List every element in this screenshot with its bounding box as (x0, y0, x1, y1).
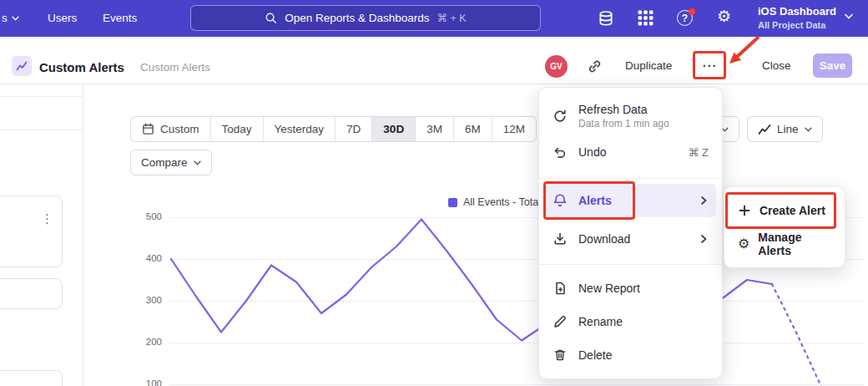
y-axis-tick: 400 (134, 253, 162, 263)
sidebar-divider (0, 96, 83, 97)
delete-trash-icon (553, 348, 568, 363)
chevron-down-icon (12, 16, 19, 21)
menu-item-download[interactable]: Download (539, 222, 722, 256)
submenu-item-label: Manage Alerts (758, 231, 831, 257)
chevron-right-icon (699, 196, 709, 206)
menu-item-text: Refresh Data Data from 1 min ago (578, 103, 669, 130)
menu-item-new-report[interactable]: New Report (539, 272, 722, 305)
settings-gear-icon[interactable]: ⚙ (717, 8, 734, 25)
chevron-down-icon (194, 160, 201, 165)
search-placeholder: Open Reports & Dashboards (285, 12, 429, 24)
chart-legend[interactable]: All Events - Total (448, 196, 541, 208)
segment-3m[interactable]: 3M (415, 117, 453, 141)
notification-dot (689, 8, 695, 15)
segment-label: 3M (426, 123, 442, 135)
submenu-item-manage-alerts[interactable]: ⚙ Manage Alerts (724, 227, 845, 261)
nav-item-label: Events (103, 12, 137, 24)
chart-type-button[interactable]: Line (747, 116, 823, 142)
search-input[interactable]: Open Reports & Dashboards ⌘ + K (190, 5, 541, 31)
menu-item-delete[interactable]: Delete (539, 338, 722, 372)
sidebar-card[interactable] (0, 278, 63, 309)
more-options-menu: Refresh Data Data from 1 min ago Undo ⌘ … (538, 87, 723, 379)
segment-custom[interactable]: Custom (131, 117, 210, 141)
search-icon (265, 12, 277, 24)
legend-swatch (448, 198, 457, 207)
segment-label: 6M (465, 123, 481, 135)
project-name: iOS Dashboard (758, 5, 836, 18)
menu-item-undo[interactable]: Undo ⌘ Z (539, 136, 722, 168)
menu-item-rename[interactable]: Rename (539, 305, 722, 338)
sidebar-card[interactable]: ⋮ (0, 196, 63, 267)
menu-divider (539, 264, 722, 265)
submenu-item-create-alert[interactable]: Create Alert (724, 194, 845, 227)
kebab-menu-icon[interactable]: ⋮ (41, 211, 53, 226)
menu-item-label: Refresh Data (578, 103, 669, 116)
project-switcher[interactable]: iOS Dashboard All Project Data (758, 5, 836, 30)
segment-30d-selected[interactable]: 30D (371, 117, 415, 141)
segment-yesterday[interactable]: Yesterday (263, 117, 336, 141)
menu-item-refresh-data[interactable]: Refresh Data Data from 1 min ago (539, 96, 722, 136)
segment-label: Custom (160, 123, 199, 135)
data-icon[interactable] (598, 10, 614, 27)
segment-12m[interactable]: 12M (492, 117, 536, 141)
compare-button[interactable]: Compare (130, 150, 212, 175)
chart-series-projection (772, 284, 822, 386)
project-scope: All Project Data (758, 20, 836, 30)
app-window: s Users Events Open Reports & Dashboards… (0, 0, 868, 386)
menu-item-shortcut: ⌘ Z (688, 146, 709, 159)
line-chart-icon (758, 123, 771, 136)
project-chevron-down-icon[interactable] (845, 13, 853, 19)
legend-label: All Events - Total (463, 196, 541, 208)
help-icon[interactable]: ? (677, 10, 694, 27)
submenu-item-label: Create Alert (760, 204, 825, 217)
duplicate-button[interactable]: Duplicate (625, 59, 672, 72)
menu-item-sublabel: Data from 1 min ago (578, 118, 669, 130)
segment-label: Today (222, 123, 252, 135)
sidebar-divider (0, 130, 83, 130)
more-options-button[interactable]: ⋯ (696, 53, 723, 77)
segment-7d[interactable]: 7D (335, 117, 371, 141)
gear-icon: ⚙ (738, 237, 749, 251)
close-button[interactable]: Close (762, 59, 791, 72)
segment-label: 12M (503, 123, 525, 135)
refresh-icon (553, 109, 568, 124)
page-title: Custom Alerts (39, 60, 124, 74)
apps-grid-icon[interactable] (638, 10, 654, 27)
breadcrumb: Custom Alerts (140, 61, 210, 74)
chevron-down-icon (805, 127, 812, 132)
y-axis-tick: 300 (134, 295, 162, 305)
top-nav: s Users Events Open Reports & Dashboards… (0, 0, 868, 37)
menu-item-alerts[interactable]: Alerts (545, 184, 716, 217)
alerts-submenu: Create Alert ⚙ Manage Alerts (724, 186, 845, 268)
avatar[interactable]: GV (545, 55, 568, 78)
chart-type-label: Line (777, 123, 799, 135)
save-button[interactable]: Save (813, 53, 852, 78)
y-axis-tick: 500 (134, 211, 162, 221)
report-header (0, 37, 868, 84)
sidebar-card[interactable] (0, 370, 63, 386)
segment-6m[interactable]: 6M (453, 117, 492, 141)
menu-item-label: Rename (578, 315, 623, 328)
nav-item-truncated[interactable]: s (2, 12, 19, 24)
nav-item-users[interactable]: Users (48, 12, 77, 24)
menu-item-label: Delete (578, 348, 612, 362)
nav-item-events[interactable]: Events (103, 12, 137, 24)
alerts-bell-icon (553, 193, 568, 208)
new-report-icon (553, 281, 568, 296)
rename-pencil-icon (553, 314, 568, 329)
calendar-icon (142, 123, 154, 135)
menu-item-label: New Report (578, 282, 640, 295)
date-range-segmented-control: Custom Today Yesterday 7D 30D 3M 6M 12M (130, 116, 537, 142)
menu-item-label: Download (578, 232, 630, 246)
share-link-icon[interactable] (587, 58, 603, 74)
nav-item-label: s (2, 12, 8, 24)
segment-label: Yesterday (275, 123, 325, 135)
undo-icon (553, 145, 568, 160)
menu-divider (539, 178, 722, 179)
chevron-right-icon (699, 234, 709, 244)
segment-today[interactable]: Today (210, 117, 263, 141)
y-axis-tick: 200 (134, 337, 162, 347)
compare-label: Compare (141, 156, 188, 169)
search-shortcut: ⌘ + K (437, 12, 467, 24)
download-icon (553, 231, 568, 246)
